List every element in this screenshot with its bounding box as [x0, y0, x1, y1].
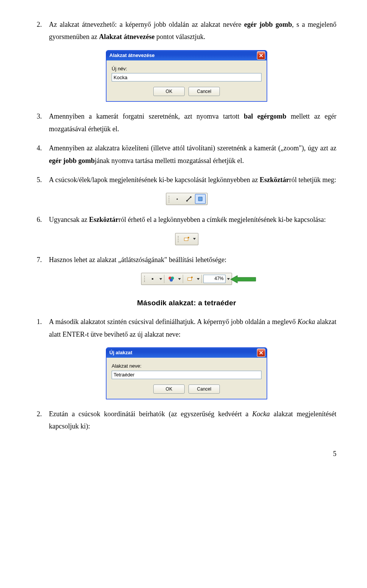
list-item: 2. Az alakzat átnevezhető: a képernyő jo… [37, 18, 336, 43]
color-dropdown[interactable] [177, 274, 181, 283]
dialog-body: Alakzat neve: OK Cancel [106, 358, 267, 399]
list-text: Amennyiben az alakzatra közelíteni (ille… [49, 144, 336, 164]
transparency-dropdown[interactable] [226, 274, 230, 283]
list-number: 2. [37, 408, 42, 420]
toolbar-separator [183, 275, 183, 283]
toolbar-labels [175, 233, 198, 245]
text: pontot választjuk. [154, 33, 205, 41]
cancel-button[interactable]: Cancel [188, 87, 220, 96]
list-text: A második alakzatot szintén csúcsival de… [49, 318, 336, 338]
text: Ugyancsak az [49, 216, 89, 223]
bold-text: Eszköztár [89, 216, 119, 223]
list-item: 3. Amennyiben a kamerát forgatni szeretn… [37, 110, 336, 135]
close-icon[interactable] [257, 51, 265, 60]
svg-rect-4 [184, 238, 188, 241]
list-item: 7. Hasznos lehet az alakzat „átlátszóság… [37, 254, 336, 266]
annotation-arrow-icon [231, 274, 257, 284]
face-icon [197, 196, 203, 202]
toolbar-grip[interactable] [177, 235, 180, 243]
point-style-dropdown[interactable] [159, 274, 162, 283]
toolbar-separator [164, 275, 164, 283]
svg-marker-11 [231, 275, 256, 283]
edge-icon [186, 196, 192, 202]
new-name-label: Új név: [112, 66, 261, 72]
label-icon [187, 276, 193, 282]
dialog-title: Új alakzat [109, 350, 132, 356]
text: Az alakzat átnevezhető: a képernyő jobb … [49, 21, 244, 28]
chevron-down-icon [197, 278, 200, 280]
toolbar-grip[interactable] [168, 195, 171, 203]
shape-name-field[interactable] [112, 371, 261, 379]
list-item: 4. Amennyiben az alakzatra közelíteni (i… [37, 142, 336, 167]
text: Amennyiben a kamerát forgatni szeretnénk… [49, 112, 244, 120]
text: jának nyomva tartása melletti mozgatássa… [95, 157, 244, 165]
list-text: Hasznos lehet az alakzat „átlátszóságána… [49, 256, 226, 264]
dialog-titlebar[interactable]: Új alakzat [106, 348, 267, 358]
dialog-titlebar[interactable]: Alakzat átnevezése [106, 50, 267, 60]
chevron-down-icon [159, 278, 162, 280]
close-icon[interactable] [257, 349, 265, 357]
section-heading: Második alakzat: a tetraéder [37, 296, 336, 309]
bold-text: egér jobb gomb [49, 157, 95, 165]
list-text: Amennyiben a kamerát forgatni szeretnénk… [49, 112, 336, 132]
point-style-button[interactable] [147, 274, 158, 284]
list-number: 5. [37, 174, 42, 186]
svg-rect-9 [188, 278, 192, 280]
labels-button[interactable] [181, 234, 192, 244]
ok-button[interactable]: OK [153, 87, 185, 96]
svg-point-2 [190, 196, 192, 198]
svg-point-10 [191, 277, 193, 278]
labels-dropdown[interactable] [196, 274, 200, 283]
chevron-down-icon [193, 238, 196, 240]
text: ról tehetjük meg: [289, 176, 336, 184]
cancel-button[interactable]: Cancel [188, 384, 220, 394]
toggle-faces-button[interactable] [195, 194, 206, 204]
svg-point-8 [170, 279, 173, 282]
list-number: 6. [37, 213, 42, 226]
list-number: 4. [37, 142, 42, 154]
bold-text: bal egérgomb [244, 112, 286, 120]
toolbar-grip[interactable] [143, 275, 146, 283]
toggle-edges-button[interactable] [184, 194, 194, 204]
list-item: 2. Ezután a csúcsok koordinátái beírható… [37, 408, 336, 433]
bold-text: Alakzat átnevezése [99, 33, 154, 41]
list-number: 7. [37, 254, 42, 266]
list-item: 6. Ugyancsak az Eszköztárról érhető el a… [37, 213, 336, 226]
chevron-down-icon [178, 278, 181, 280]
toggle-vertices-button[interactable] [172, 194, 183, 204]
text: Amennyiben az alakzatra közelíteni (ille… [49, 144, 336, 152]
list-number: 3. [37, 110, 42, 122]
list-text: Az alakzat átnevezhető: a képernyő jobb … [49, 21, 336, 41]
ok-button[interactable]: OK [153, 384, 185, 394]
dialog-body: Új név: OK Cancel [106, 60, 267, 102]
svg-point-5 [188, 237, 189, 238]
toolbar-transparency: 47% [141, 273, 232, 285]
svg-line-0 [187, 197, 191, 201]
toolbar-vertex-edge-face [166, 193, 208, 205]
labels-dropdown[interactable] [193, 235, 196, 244]
page-number: 5 [37, 448, 336, 460]
new-shape-dialog: Új alakzat Alakzat neve: OK Cancel [106, 347, 267, 399]
list-text: Ezután a csúcsok koordinátái beírhatók (… [49, 410, 336, 430]
text: Ezután a csúcsok koordinátái beírhatók (… [49, 410, 252, 418]
svg-point-1 [186, 200, 188, 202]
list-text: Ugyancsak az Eszköztárról érhető el a le… [49, 216, 326, 223]
label-icon [184, 236, 190, 242]
color-palette-icon [168, 276, 175, 282]
list-item: 5. A csúcsok/élek/lapok megjelenítésének… [37, 174, 336, 186]
list-item: 1. A második alakzatot szintén csúcsival… [37, 316, 336, 340]
transparency-value[interactable]: 47% [203, 275, 226, 283]
list-number: 1. [37, 316, 42, 328]
toolbar-separator [201, 275, 202, 283]
chevron-down-icon [227, 278, 230, 280]
rename-shape-dialog: Alakzat átnevezése Új név: OK Cancel [106, 50, 267, 102]
bold-text: Eszköztár [260, 176, 289, 184]
vertex-icon [177, 199, 178, 200]
svg-marker-3 [198, 197, 202, 201]
text: A csúcsok/élek/lapok megjelenítésének ki… [49, 176, 260, 184]
labels-button[interactable] [185, 274, 195, 284]
shape-name-label: Alakzat neve: [112, 363, 261, 369]
color-button[interactable] [166, 274, 177, 284]
point-icon [152, 278, 153, 280]
new-name-field[interactable] [112, 73, 261, 81]
